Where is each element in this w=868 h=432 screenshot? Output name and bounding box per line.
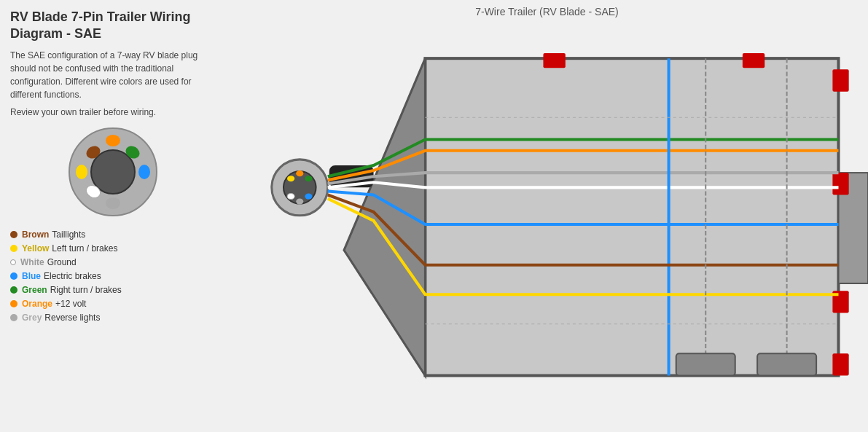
grey-dot: [10, 314, 17, 321]
svg-rect-15: [832, 353, 848, 375]
svg-point-21: [287, 176, 294, 181]
svg-point-3: [106, 135, 120, 146]
svg-point-23: [305, 176, 312, 181]
svg-rect-33: [757, 353, 816, 375]
legend-orange: Orange +12 volt: [10, 299, 216, 309]
orange-label: Orange: [22, 299, 52, 309]
legend-blue: Blue Electric brakes: [10, 271, 216, 281]
plug-diagram: [66, 125, 160, 219]
svg-point-22: [296, 170, 303, 176]
brown-dot: [10, 231, 17, 238]
blue-desc: Electric brakes: [44, 271, 101, 281]
svg-rect-9: [425, 58, 838, 375]
green-dot: [10, 286, 17, 294]
diagram-title: 7-Wire Trailer (RV Blade - SAE): [226, 0, 868, 17]
orange-dot: [10, 300, 17, 307]
legend-white: White Ground: [10, 257, 216, 267]
svg-rect-13: [832, 173, 848, 195]
green-desc: Right turn / brakes: [50, 285, 122, 295]
grey-desc: Reverse lights: [44, 313, 100, 323]
svg-point-8: [106, 197, 120, 209]
green-label: Green: [22, 285, 47, 295]
svg-point-5: [76, 165, 87, 179]
svg-rect-16: [543, 53, 565, 68]
svg-point-6: [138, 165, 150, 179]
wire-legend: Brown Taillights Yellow Left turn / brak…: [10, 229, 216, 323]
white-dot: [10, 259, 16, 265]
legend-grey: Grey Reverse lights: [10, 313, 216, 323]
svg-rect-17: [743, 53, 765, 68]
blue-dot: [10, 272, 17, 280]
left-panel: RV Blade 7-Pin Trailer Wiring Diagram - …: [0, 0, 226, 432]
page-title: RV Blade 7-Pin Trailer Wiring Diagram - …: [10, 9, 216, 43]
brown-desc: Taillights: [52, 229, 85, 240]
svg-rect-12: [832, 69, 848, 91]
svg-point-26: [296, 199, 303, 205]
legend-green: Green Right turn / brakes: [10, 285, 216, 295]
white-label: White: [20, 257, 44, 267]
blue-label: Blue: [22, 271, 41, 281]
orange-desc: +12 volt: [55, 299, 86, 309]
wiring-diagram-svg: [226, 20, 868, 428]
review-note: Review your own trailer before wiring.: [10, 107, 216, 117]
svg-point-24: [287, 193, 294, 199]
svg-rect-32: [676, 353, 735, 375]
yellow-dot: [10, 245, 17, 252]
white-desc: Ground: [47, 257, 77, 267]
yellow-desc: Left turn / brakes: [52, 243, 117, 254]
yellow-label: Yellow: [22, 243, 49, 254]
description-text: The SAE configuration of a 7-way RV blad…: [10, 49, 216, 101]
brown-label: Brown: [22, 229, 49, 240]
legend-brown: Brown Taillights: [10, 229, 216, 240]
svg-point-25: [305, 193, 312, 199]
grey-label: Grey: [22, 313, 42, 323]
legend-yellow: Yellow Left turn / brakes: [10, 243, 216, 254]
diagram-area: 7-Wire Trailer (RV Blade - SAE): [226, 0, 868, 432]
